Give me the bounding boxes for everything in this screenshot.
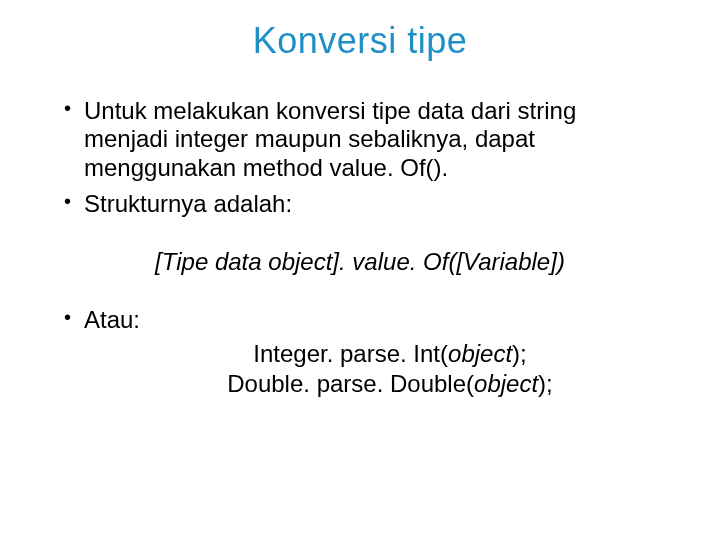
bullet-list-main: Untuk melakukan konversi tipe data dari …	[60, 97, 660, 218]
parse-int-line: Integer. parse. Int(object);	[120, 339, 660, 369]
parse-examples: Integer. parse. Int(object); Double. par…	[120, 339, 660, 399]
parse-double-suffix: );	[538, 370, 553, 397]
bullet-item-atau: Atau:	[60, 306, 660, 334]
parse-double-arg: object	[474, 370, 538, 397]
bullet-list-atau: Atau:	[60, 306, 660, 334]
parse-int-arg: object	[448, 340, 512, 367]
slide-title: Konversi tipe	[60, 20, 660, 62]
parse-int-suffix: );	[512, 340, 527, 367]
code-structure-line: [Tipe data object]. value. Of([Variable]…	[60, 248, 660, 276]
bullet-item-2: Strukturnya adalah:	[60, 190, 660, 218]
parse-double-prefix: Double. parse. Double(	[227, 370, 474, 397]
bullet-item-1: Untuk melakukan konversi tipe data dari …	[60, 97, 660, 182]
parse-int-prefix: Integer. parse. Int(	[253, 340, 448, 367]
parse-double-line: Double. parse. Double(object);	[120, 369, 660, 399]
